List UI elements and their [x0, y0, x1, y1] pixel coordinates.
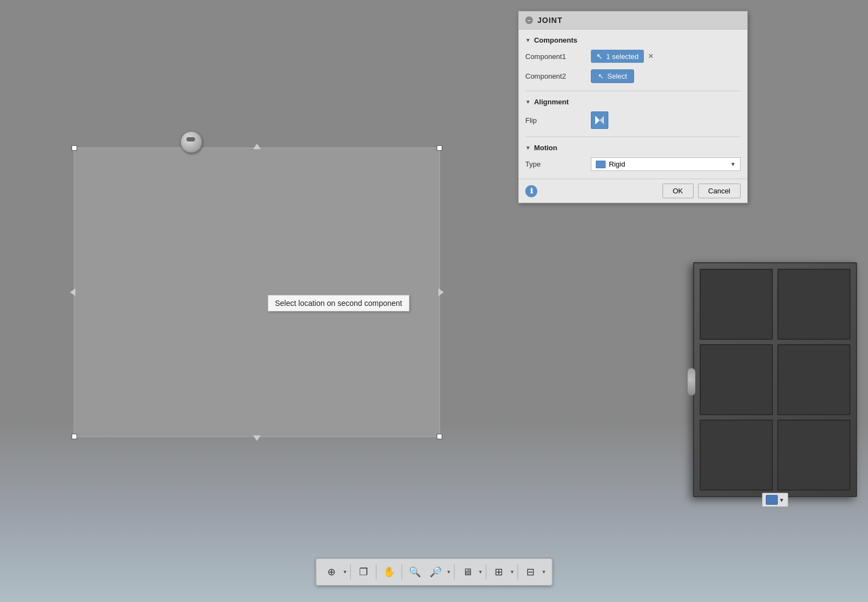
component1-row: Component1 ↖ 1 selected ×	[525, 46, 741, 66]
toolbar-separator-2	[376, 564, 377, 580]
door-toolbar-icon[interactable]	[766, 495, 778, 505]
cursor-icon: ↖	[596, 52, 603, 61]
cursor2-icon: ↖	[598, 72, 604, 80]
motion-section: ▼ Motion Type Rigid ▼	[519, 137, 747, 179]
type-dropdown-arrow: ▼	[730, 161, 736, 167]
toolbar-snap-button[interactable]: ⊟	[520, 562, 540, 582]
toolbar-pan-button[interactable]: ✋	[379, 562, 399, 582]
handle-top-right	[437, 145, 442, 151]
handle-top-left	[72, 145, 77, 151]
copy-icon: ❐	[359, 566, 368, 578]
svg-marker-1	[600, 116, 604, 125]
component1-clear-button[interactable]: ×	[646, 51, 655, 61]
component1-label: Component1	[525, 52, 585, 61]
alignment-section: ▼ Alignment Flip	[519, 91, 747, 137]
type-label: Type	[525, 160, 585, 168]
component2-row: Component2 ↖ Select	[525, 66, 741, 86]
handle-bottom-left	[72, 434, 77, 439]
toolbar-copy-button[interactable]: ❐	[354, 562, 373, 582]
component1-selected-button[interactable]: ↖ 1 selected	[591, 50, 644, 63]
component2-select-text: Select	[607, 72, 627, 80]
flip-row: Flip	[525, 108, 741, 132]
type-dropdown[interactable]: Rigid ▼	[591, 157, 741, 171]
components-section: ▼ Components Component1 ↖ 1 selected × C…	[519, 29, 747, 91]
joint-dialog: − JOINT ▼ Components Component1 ↖ 1 sele…	[518, 11, 748, 203]
door-panel-1	[700, 269, 773, 340]
rigid-type-icon	[596, 161, 606, 168]
components-section-header[interactable]: ▼ Components	[525, 34, 741, 46]
toolbar-grid-button[interactable]: ⊞	[489, 562, 508, 582]
handle-mid-right	[438, 288, 444, 296]
move-icon: ⊕	[327, 566, 336, 578]
move-dropdown-arrow[interactable]: ▼	[343, 569, 348, 575]
component1-value: ↖ 1 selected ×	[591, 50, 741, 63]
type-row: Type Rigid ▼	[525, 154, 741, 174]
component2-value: ↖ Select	[591, 69, 741, 83]
toolbar-display-button[interactable]: 🖥	[458, 562, 477, 582]
joint-icon	[180, 131, 202, 153]
toolbar-zoom-window-button[interactable]: 🔎	[426, 562, 445, 582]
motion-section-header[interactable]: ▼ Motion	[525, 141, 741, 154]
toolbar-zoom-fit-button[interactable]: 🔍	[405, 562, 425, 582]
bottom-toolbar: ⊕ ▼ ❐ ✋ 🔍 🔎 ▼ 🖥 ▼ ⊞ ▼ ⊟ ▼	[316, 558, 553, 586]
display-icon: 🖥	[462, 566, 472, 578]
door-handle	[688, 368, 695, 396]
display-dropdown-arrow[interactable]: ▼	[478, 569, 483, 575]
selected-panel	[74, 147, 440, 437]
flip-value	[591, 111, 741, 129]
grid-icon: ⊞	[495, 566, 503, 578]
door-panel-5	[700, 420, 773, 491]
alignment-section-header[interactable]: ▼ Alignment	[525, 96, 741, 108]
zoom-dropdown-arrow[interactable]: ▼	[447, 569, 451, 575]
tooltip: Select location on second component	[268, 295, 409, 311]
type-value: Rigid ▼	[591, 157, 741, 171]
component2-label: Component2	[525, 72, 585, 80]
tooltip-text: Select location on second component	[275, 299, 402, 308]
flip-label: Flip	[525, 116, 585, 125]
cancel-button[interactable]: Cancel	[698, 184, 741, 198]
door-panel-2	[777, 269, 851, 340]
door-toolbar-dropdown-arrow[interactable]: ▼	[779, 497, 784, 503]
ok-button[interactable]: OK	[662, 184, 694, 198]
door-grid	[700, 269, 851, 491]
svg-marker-0	[595, 116, 600, 125]
flip-icon	[594, 115, 605, 126]
panel-header: − JOINT	[519, 11, 747, 29]
door-mini-toolbar[interactable]: ▼	[762, 493, 788, 507]
toolbar-separator-1	[350, 564, 351, 580]
toolbar-separator-3	[402, 564, 402, 580]
snap-icon: ⊟	[526, 566, 535, 578]
component2-select-button[interactable]: ↖ Select	[591, 69, 634, 83]
motion-section-label: Motion	[534, 144, 558, 152]
door-3d-object: ▼	[693, 262, 857, 497]
zoom-fit-icon: 🔍	[409, 566, 421, 578]
components-collapse-icon: ▼	[525, 37, 531, 43]
door-panel-3	[700, 344, 773, 415]
toolbar-separator-6	[517, 564, 518, 580]
toolbar-separator-4	[454, 564, 455, 580]
components-section-label: Components	[534, 36, 577, 44]
type-value-text: Rigid	[609, 160, 625, 168]
snap-dropdown-arrow[interactable]: ▼	[541, 569, 546, 575]
handle-mid-bottom	[253, 435, 261, 441]
door-panel-6	[777, 420, 851, 491]
alignment-collapse-icon: ▼	[525, 99, 531, 105]
zoom-window-icon: 🔎	[430, 566, 442, 578]
handle-mid-left	[70, 288, 75, 296]
toolbar-move-button[interactable]: ⊕	[322, 562, 342, 582]
panel-footer: ℹ OK Cancel	[519, 179, 747, 203]
door-panel-4	[777, 344, 851, 415]
handle-mid-top	[253, 144, 261, 149]
info-icon[interactable]: ℹ	[525, 185, 537, 197]
flip-button[interactable]	[591, 111, 608, 129]
component1-selected-text: 1 selected	[606, 52, 638, 61]
toolbar-separator-5	[485, 564, 486, 580]
grid-dropdown-arrow[interactable]: ▼	[509, 569, 514, 575]
panel-minimize-icon[interactable]: −	[525, 16, 533, 24]
handle-bottom-right	[437, 434, 442, 439]
alignment-section-label: Alignment	[534, 98, 569, 106]
pan-icon: ✋	[383, 566, 395, 578]
panel-title: JOINT	[537, 16, 562, 25]
motion-collapse-icon: ▼	[525, 145, 531, 151]
